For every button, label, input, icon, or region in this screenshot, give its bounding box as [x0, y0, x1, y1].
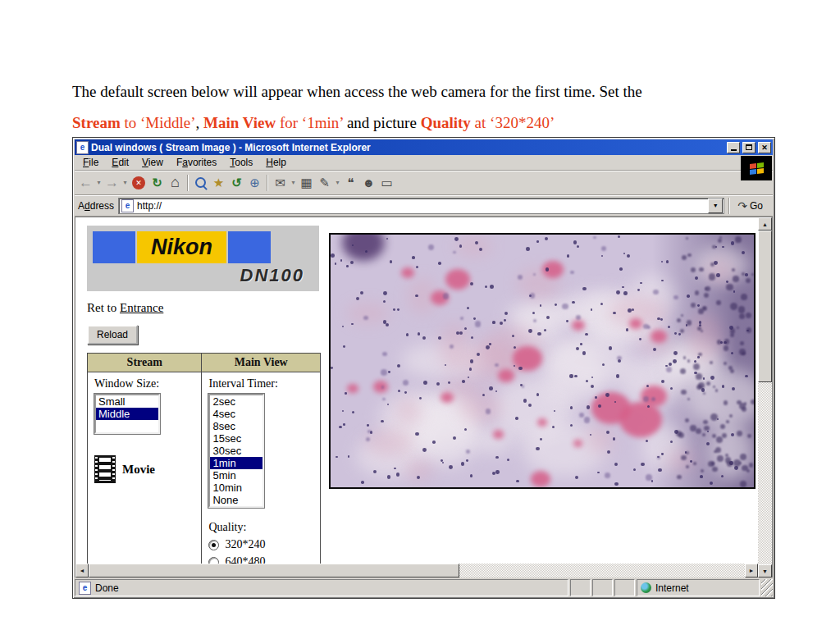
window-size-label: Window Size:: [94, 377, 194, 390]
back-icon[interactable]: ←: [77, 174, 94, 192]
scroll-right-button[interactable]: ►: [745, 564, 758, 578]
vertical-scrollbar[interactable]: ▲ ▼: [758, 217, 772, 578]
return-prefix: Ret to: [87, 301, 120, 314]
listbox-option[interactable]: 30sec: [210, 445, 262, 457]
ie-throbber-icon: [741, 156, 772, 180]
discuss-icon[interactable]: ❝: [342, 174, 359, 192]
interval-timer-listbox[interactable]: 2sec4sec8sec15sec30sec1min5min10minNone: [208, 394, 264, 508]
browser-window: e Dual windows ( Stream Image ) - Micros…: [72, 137, 775, 599]
listbox-option[interactable]: Middle: [96, 408, 158, 420]
quality-radio-option[interactable]: 320*240: [208, 538, 313, 551]
stream-cell: Window Size: SmallMiddle Movie: [88, 372, 202, 564]
address-dropdown-button[interactable]: ▼: [708, 199, 723, 213]
radio-button-icon[interactable]: [208, 540, 219, 550]
quality-block: Quality: 320*240: [208, 521, 313, 564]
resize-grip[interactable]: [761, 579, 773, 596]
scroll-down-button[interactable]: ▼: [758, 564, 772, 578]
toolbar-separator: [187, 175, 189, 191]
divider: [728, 198, 730, 214]
history-icon[interactable]: ↺: [228, 174, 245, 192]
interval-timer-label: Interval Timer:: [208, 377, 313, 390]
security-zone-pane: Internet: [637, 579, 760, 596]
mainview-cell: Interval Timer: 2sec4sec8sec15sec30sec1m…: [202, 372, 321, 564]
search-icon[interactable]: [192, 174, 209, 192]
menu-item[interactable]: Favorites: [170, 157, 223, 168]
forward-icon[interactable]: →: [103, 174, 121, 192]
listbox-option[interactable]: None: [210, 494, 262, 506]
address-bar: Address e http:// ▼ ↷ Go: [75, 195, 773, 217]
radio-label: 320*240: [225, 538, 265, 551]
status-pane: [592, 579, 613, 596]
channels-icon[interactable]: ⊕: [246, 174, 263, 192]
listbox-option[interactable]: 1min: [210, 457, 262, 469]
zone-text: Internet: [655, 582, 689, 594]
window-size-listbox[interactable]: SmallMiddle: [94, 394, 160, 434]
listbox-option[interactable]: Small: [96, 395, 158, 408]
edit-icon[interactable]: ✎: [316, 174, 333, 192]
scroll-up-button[interactable]: ▲: [758, 217, 772, 231]
webcam-stream-image: [329, 233, 756, 489]
favorites-icon[interactable]: ★: [210, 174, 227, 192]
status-pane: [570, 579, 591, 596]
listbox-option[interactable]: 4sec: [210, 408, 262, 420]
menu-item[interactable]: View: [135, 157, 170, 168]
instruction-segment: The default screen below will appear whe…: [72, 83, 642, 100]
stream-header: Stream: [88, 354, 202, 372]
close-button[interactable]: ✕: [758, 142, 771, 153]
menu-item[interactable]: File: [76, 157, 105, 168]
listbox-option[interactable]: 8sec: [210, 420, 262, 432]
print-icon[interactable]: ▦: [298, 174, 315, 192]
maximize-button[interactable]: [742, 142, 756, 153]
toolbar-separator: [267, 175, 268, 191]
edit-chevron-icon[interactable]: ▾: [334, 174, 341, 192]
instruction-segment: to ‘Middle’: [121, 114, 196, 131]
mail-icon[interactable]: ✉: [272, 174, 289, 192]
nikon-banner: Nikon DN100: [87, 226, 319, 291]
entrance-link[interactable]: Entrance: [120, 301, 163, 314]
reload-button[interactable]: Reload: [87, 325, 138, 345]
menu-item[interactable]: Help: [259, 157, 293, 168]
status-text: Done: [95, 582, 119, 594]
mail-chevron-icon[interactable]: ▾: [290, 174, 297, 192]
address-input[interactable]: e http:// ▼: [118, 198, 724, 214]
go-arrow-icon: ↷: [737, 199, 747, 212]
settings-table: Stream Main View Window Size: SmallMiddl…: [87, 353, 321, 564]
movie-row[interactable]: Movie: [94, 455, 194, 483]
model-label: DN100: [240, 265, 304, 286]
stop-icon[interactable]: ✕: [132, 176, 145, 189]
banner-blue-block: [93, 231, 135, 263]
messenger-icon[interactable]: ☻: [360, 174, 377, 192]
horizontal-scrollbar[interactable]: ◄ ►: [75, 564, 758, 578]
listbox-option[interactable]: 15sec: [210, 432, 262, 445]
minimize-button[interactable]: [727, 142, 740, 153]
back-chevron-icon[interactable]: ▾: [95, 174, 103, 192]
title-bar: e Dual windows ( Stream Image ) - Micros…: [75, 139, 773, 155]
listbox-option[interactable]: [96, 420, 158, 432]
banner-blue-block: [228, 231, 271, 263]
radio-button-icon[interactable]: [208, 557, 219, 564]
ie-logo-icon: e: [76, 141, 89, 154]
toolbar: ←▾→▾✕↻⌂★↺⊕✉▾▦✎▾❝☻▭: [75, 171, 773, 195]
forward-chevron-icon[interactable]: ▾: [121, 174, 129, 192]
movie-label: Movie: [122, 463, 155, 477]
menu-item[interactable]: Edit: [105, 157, 135, 168]
page-icon: e: [79, 582, 91, 595]
refresh-icon[interactable]: ↻: [148, 174, 166, 192]
scroll-left-button[interactable]: ◄: [75, 564, 89, 578]
minimize-icon: [731, 149, 737, 151]
instruction-line-1: The default screen below will appear whe…: [72, 81, 794, 112]
listbox-option[interactable]: 2sec: [210, 395, 262, 408]
status-bar: e Done Internet: [75, 578, 773, 596]
horizontal-scroll-thumb[interactable]: [89, 564, 459, 578]
windows-flag-icon: [750, 162, 764, 175]
listbox-option[interactable]: 10min: [210, 482, 262, 494]
page-body: Nikon DN100 Ret to Entrance Reload Strea…: [75, 217, 758, 564]
menu-item[interactable]: Tools: [223, 157, 259, 168]
go-label: Go: [750, 200, 763, 212]
vertical-scroll-thumb[interactable]: [758, 231, 772, 382]
home-icon[interactable]: ⌂: [167, 174, 184, 192]
screen-icon[interactable]: ▭: [378, 174, 395, 192]
listbox-option[interactable]: 5min: [210, 469, 262, 482]
go-button[interactable]: ↷ Go: [734, 199, 769, 212]
quality-radio-option[interactable]: 640*480: [208, 555, 313, 564]
